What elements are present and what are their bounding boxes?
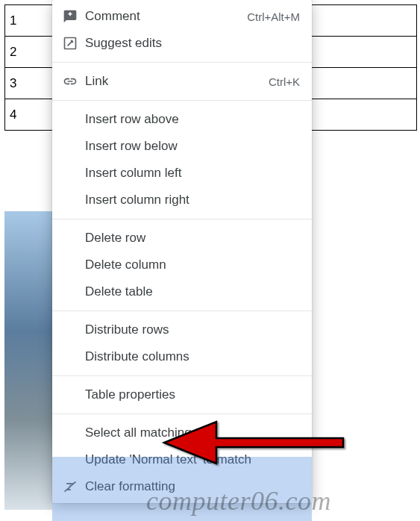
menu-item-comment[interactable]: Comment Ctrl+Alt+M [52,3,312,30]
menu-separator [52,311,312,311]
menu-separator [52,62,312,63]
menu-label: Comment [85,9,247,24]
menu-label: Table properties [85,387,300,402]
menu-item-insert-column-left[interactable]: Insert column left [52,160,312,187]
menu-item-table-properties[interactable]: Table properties [52,381,312,408]
menu-item-distribute-columns[interactable]: Distribute columns [52,343,312,370]
menu-item-delete-table[interactable]: Delete table [52,278,312,305]
annotation-arrow [160,413,347,476]
menu-item-insert-row-below[interactable]: Insert row below [52,133,312,160]
menu-label: Delete table [85,284,300,299]
menu-separator [52,100,312,101]
menu-label: Insert column right [85,193,300,208]
menu-label: Insert column left [85,166,300,181]
menu-item-delete-row[interactable]: Delete row [52,225,312,252]
menu-label: Delete row [85,231,300,246]
menu-label: Distribute rows [85,322,300,337]
menu-separator [52,219,312,219]
menu-label: Distribute columns [85,349,300,364]
menu-shortcut: Ctrl+Alt+M [247,10,300,23]
menu-item-delete-column[interactable]: Delete column [52,252,312,278]
link-icon [63,74,85,89]
menu-label: Link [85,74,269,89]
background-image [4,211,52,510]
menu-label: Suggest edits [85,36,300,51]
menu-label: Delete column [85,258,300,272]
menu-item-insert-row-above[interactable]: Insert row above [52,106,312,133]
menu-item-insert-column-right[interactable]: Insert column right [52,187,312,213]
comment-icon [63,9,85,24]
menu-item-link[interactable]: Link Ctrl+K [52,68,312,95]
menu-label: Insert row above [85,112,300,127]
menu-item-distribute-rows[interactable]: Distribute rows [52,316,312,343]
menu-label: Insert row below [85,139,300,154]
menu-item-suggest-edits[interactable]: Suggest edits [52,30,312,57]
suggest-edits-icon [63,36,85,51]
menu-shortcut: Ctrl+K [269,75,300,88]
menu-separator [52,375,312,376]
